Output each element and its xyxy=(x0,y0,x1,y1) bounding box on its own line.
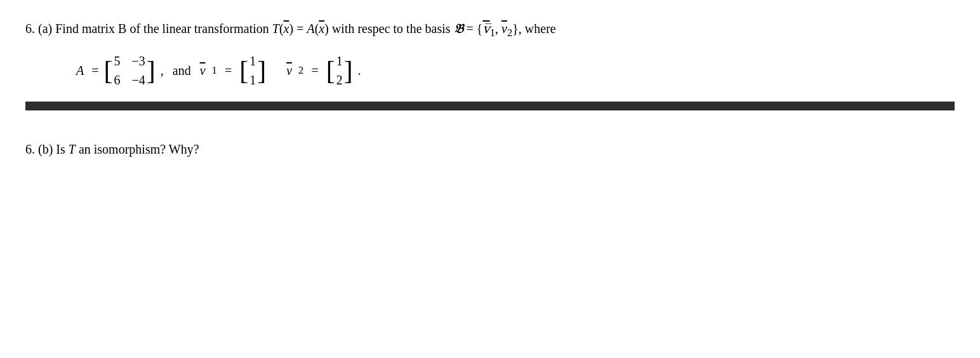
part-b-text: Is xyxy=(56,142,68,156)
part-b-rest: an isomorphism? Why? xyxy=(76,142,199,156)
v2-label-text: v xyxy=(286,63,292,78)
v2-content: 1 2 xyxy=(336,52,343,89)
v2-left-bracket: [ xyxy=(326,57,335,84)
v2-basis: v xyxy=(501,22,507,36)
v2-1: 1 xyxy=(336,52,343,70)
math-expression-row: A = [ 5 −3 6 −4 ] , and xyxy=(76,52,955,89)
v1-bracket: [ 1 1 ] xyxy=(239,52,266,89)
matrix-row-1: 5 −3 xyxy=(114,52,145,70)
and-text: and xyxy=(173,63,191,78)
v2-row1: 1 xyxy=(336,52,343,70)
a22: −4 xyxy=(132,71,145,89)
transformation-expr: T xyxy=(272,22,279,36)
matrix-left-bracket: [ xyxy=(104,57,113,84)
matrix-row-2: 6 −4 xyxy=(114,71,145,89)
a12: −3 xyxy=(132,52,145,70)
matrix-right-bracket: ] xyxy=(147,57,156,84)
v1-content: 1 1 xyxy=(249,52,256,89)
matrix-a-label: A xyxy=(76,63,84,78)
v2-row2: 2 xyxy=(336,71,343,89)
comma-after-a: , xyxy=(161,63,164,78)
basis-B-script: 𝔅 xyxy=(454,22,463,36)
part-b-label: 6. (b) xyxy=(25,142,53,156)
matrix-A-bracket: [ 5 −3 6 −4 ] xyxy=(104,52,156,89)
question-title: 6. (a) Find matrix B of the linear trans… xyxy=(25,19,955,41)
v1-right-bracket: ] xyxy=(257,57,266,84)
v2-2: 2 xyxy=(336,71,343,89)
v1-2: 1 xyxy=(249,71,256,89)
divider-bar xyxy=(25,102,955,110)
a11: 5 xyxy=(114,52,121,70)
question-part-a: 6. (a) Find matrix B of the linear trans… xyxy=(25,19,955,89)
matrix-A-content: 5 −3 6 −4 xyxy=(114,52,145,89)
question-part-b: 6. (b) Is T an isomorphism? Why? xyxy=(25,142,955,157)
v2-right-bracket: ] xyxy=(344,57,353,84)
a21: 6 xyxy=(114,71,121,89)
part-a-label: (a) Find matrix B of the linear transfor… xyxy=(38,22,272,36)
v1-row2: 1 xyxy=(249,71,256,89)
v1-label: v xyxy=(200,63,206,78)
v1-row1: 1 xyxy=(249,52,256,70)
v2-bracket: [ 1 2 ] xyxy=(326,52,353,89)
with-respec-text: with respec to the basis xyxy=(332,22,454,36)
v1-1: 1 xyxy=(249,52,256,70)
page-container: 6. (a) Find matrix B of the linear trans… xyxy=(0,0,980,358)
question-number: 6. xyxy=(25,22,35,36)
v1-left-bracket: [ xyxy=(239,57,248,84)
v1-basis: v xyxy=(482,22,489,36)
